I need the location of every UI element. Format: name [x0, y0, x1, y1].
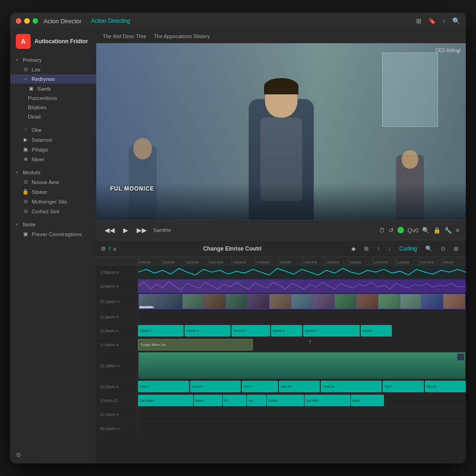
scene-clip-1[interactable]: Sprine 2 — [138, 325, 184, 337]
colored-clip-7[interactable]: Ninon — [351, 395, 384, 406]
sidebar-item-lire[interactable]: ⊙ Lire — [10, 65, 96, 74]
bookmark-icon[interactable]: 🔖 — [428, 17, 436, 25]
scene2-clip-2[interactable]: Snme 5 — [190, 381, 241, 392]
zoom-in-icon[interactable]: 🔍 — [423, 244, 435, 253]
track-content-8[interactable]: Sntic 1 Snme 5 Sint 4 Smk 38 Sntiol 00 S… — [138, 380, 466, 393]
settings-icon[interactable]: ⚙ — [16, 451, 21, 458]
curling-label[interactable]: Curling — [397, 244, 420, 253]
scene-clip-6[interactable]: Ssnort — [361, 325, 392, 337]
track-content-5[interactable]: Sprine 2 Sorine 2 Sorine 3 Sprine 4 Spri… — [138, 324, 466, 337]
sidebar-item-mcthenger[interactable]: ⊙ Mcthenger Sils — [10, 197, 96, 206]
scene2-clip-3[interactable]: Sint 4 — [242, 381, 278, 392]
photo-strip-2 — [139, 352, 465, 379]
saetk-icon: ▣ — [28, 86, 34, 92]
scene-clip-2[interactable]: Sorine 2 — [185, 325, 230, 337]
text-clip-1[interactable]: Triolgic Mtonr Sar — [138, 339, 253, 350]
scene2-clip-4[interactable]: Smk 38 — [279, 381, 320, 392]
sidebar-label-pihags: Pihags — [32, 147, 48, 152]
maximize-button[interactable] — [33, 18, 38, 24]
sidebar-item-prever[interactable]: ▣ Prever Conniragtions — [10, 229, 96, 239]
down-icon[interactable]: ↓ — [385, 244, 394, 253]
scene-clip-4[interactable]: Sprine 4 — [271, 325, 302, 337]
colored-clip-2[interactable]: Sarne — [194, 395, 222, 406]
fast-forward-button[interactable]: ▶▶ — [135, 225, 149, 236]
sidebar-label-dead: Dead — [28, 114, 41, 119]
scene2-clip-5[interactable]: Sntiol 00 — [321, 381, 382, 392]
playback-settings[interactable]: Qv0 — [408, 227, 419, 234]
sidebar-item-sstarred[interactable]: ▶ Sstarred — [10, 135, 96, 145]
scene2-clip-label-4: Smk 38 — [281, 385, 291, 388]
minimize-button[interactable] — [24, 18, 30, 24]
tool-icon[interactable]: 🔧 — [444, 227, 452, 234]
timeline-f-btn[interactable]: f — [109, 246, 111, 251]
app-title: Acion Director — [44, 18, 82, 25]
lock-control-icon[interactable]: 🔒 — [433, 227, 441, 234]
track-row-7: 12,3ditm A — [96, 352, 466, 380]
track-content-9[interactable]: Can poline Sarne Cil Jns Coinoc Coy Wint… — [138, 394, 466, 407]
sidebar-item-pihags[interactable]: ▣ Pihags — [10, 145, 96, 154]
rewind-button[interactable]: ◀◀ — [103, 225, 117, 236]
layout-icon[interactable]: ⊞ — [451, 244, 461, 253]
track-content-11[interactable] — [138, 422, 466, 435]
sidebar-item-bitalces[interactable]: Bitalces — [10, 103, 96, 112]
timeline-a-btn[interactable]: a — [113, 246, 116, 251]
sidebar: A Autlocationn Fridtor ▼ Primary ⊙ Lire … — [10, 29, 96, 463]
colored-clip-5[interactable]: Coinoc — [267, 395, 304, 406]
scope-icon[interactable]: ⊙ — [438, 244, 448, 253]
record-indicator[interactable] — [397, 227, 404, 233]
play-button[interactable]: ▶ — [121, 225, 130, 236]
sidebar-item-corhict[interactable]: ⊙ Corhict Siot — [10, 206, 96, 216]
traffic-lights — [16, 18, 38, 24]
sidebar-item-dead[interactable]: Dead — [10, 112, 96, 121]
search-control-icon[interactable]: 🔍 — [422, 227, 430, 234]
sidebar-item-nooue[interactable]: ⊙ Nooue Aew — [10, 177, 96, 187]
scene-clip-3[interactable]: Sorine 3 — [231, 325, 270, 337]
colored-clip-6[interactable]: Coy Winti — [304, 395, 350, 406]
refresh-icon[interactable]: ↺ — [389, 227, 394, 234]
waveform-svg-1 — [138, 265, 466, 279]
sidebar-item-nioer[interactable]: ⊕ Nioer — [10, 154, 96, 164]
sidebar-item-redrynoo[interactable]: ◦ Redrynoo — [10, 74, 96, 84]
scene2-clip-7[interactable]: Silic 00 — [425, 381, 466, 392]
track-content-4[interactable] — [138, 310, 466, 324]
sidebar-label-bitalces: Bitalces — [28, 105, 46, 110]
search-icon[interactable]: 🔍 — [452, 17, 460, 25]
colored-clip-1[interactable]: Can poline — [138, 395, 193, 406]
share-icon[interactable]: ↑ — [443, 17, 446, 25]
scene2-clip-1[interactable]: Sntic 1 — [138, 381, 189, 392]
sidebar-item-puccentions[interactable]: Puccentions — [10, 93, 96, 103]
scene-clip-5[interactable]: Sprine 0 — [303, 325, 360, 337]
track-content-1[interactable] — [138, 265, 466, 279]
colored-clip-label-6: Coy Winti — [306, 399, 319, 402]
expand-icon[interactable]: ▼ — [15, 58, 19, 62]
upload-arrow[interactable]: ↑ — [309, 338, 312, 345]
menu-item[interactable]: Action Directing — [91, 18, 416, 24]
track-content-7[interactable] — [138, 352, 466, 379]
grid-icon[interactable]: ⊞ — [416, 17, 422, 25]
up-icon[interactable]: ↑ — [374, 244, 383, 253]
track-content-3[interactable]: Cith ONG 1250/1008S L0R PU BFT TRBE — [138, 293, 466, 310]
grid-icon[interactable]: ⊞ — [361, 244, 371, 253]
track-row-6: 1t,04nm A Triolgic Mtonr Sar ↑ — [96, 338, 466, 352]
scene2-clip-6[interactable]: Sint 2 — [383, 381, 423, 392]
timer-icon[interactable]: ⏱ — [379, 227, 385, 234]
settings-small-icon[interactable]: ⚙ — [101, 245, 106, 252]
menu-icon[interactable]: ≡ — [456, 227, 459, 234]
track-content-10[interactable] — [138, 408, 466, 421]
track-content-6[interactable]: Triolgic Mtonr Sar ↑ — [138, 338, 466, 351]
redrynoo-icon: ◦ — [22, 76, 29, 82]
sidebar-item-saetk[interactable]: ▣ Saetk — [10, 84, 96, 93]
colored-clip-3[interactable]: Cil — [223, 395, 246, 406]
photo-thumb-2: 1250/1008S — [161, 294, 182, 309]
dropdown-icon[interactable]: ▼ — [456, 49, 461, 55]
colored-clip-4[interactable]: Jns — [247, 395, 266, 406]
track-content-2[interactable] — [138, 279, 466, 293]
meduts-expand-icon[interactable]: ▼ — [15, 170, 19, 175]
playback-controls: ◀◀ ▶ ▶▶ Samthe ⏱ ↺ Qv0 🔍 🔒 🔧 ≡ — [96, 220, 466, 240]
video-overlay-text: FUL MOONICE — [110, 185, 154, 192]
diamond-icon[interactable]: ◆ — [349, 244, 358, 253]
close-button[interactable] — [16, 18, 21, 24]
sidebar-item-ohe[interactable]: ♡ Ohe — [10, 125, 96, 135]
sidebar-item-stoeer[interactable]: 🔒 Stoeer — [10, 187, 96, 197]
noite-expand-icon[interactable]: ▼ — [15, 222, 19, 227]
